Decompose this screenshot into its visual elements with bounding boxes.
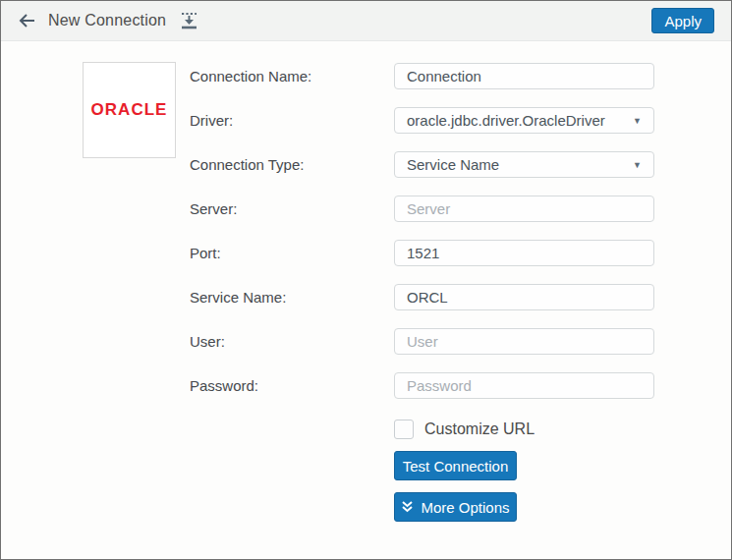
driver-logo: ORACLE [83, 62, 176, 158]
customize-url-checkbox[interactable] [394, 420, 414, 439]
customize-url-row: Customize URL [190, 408, 654, 451]
more-options-label: More Options [421, 499, 509, 516]
service-name-label: Service Name: [190, 289, 394, 306]
service-name-input[interactable] [394, 284, 654, 310]
server-input[interactable] [394, 196, 654, 222]
connection-name-input[interactable] [394, 63, 654, 89]
port-input[interactable] [394, 240, 654, 266]
form-actions: Test Connection More Options [394, 451, 654, 522]
form-row: Driver: oracle.jdbc.driver.OracleDriver … [190, 98, 654, 142]
back-button[interactable] [18, 13, 36, 28]
driver-select[interactable]: oracle.jdbc.driver.OracleDriver ▼ [394, 107, 654, 134]
port-label: Port: [190, 245, 394, 261]
form-row: Service Name: [190, 275, 654, 319]
import-connection-button[interactable] [179, 12, 198, 30]
more-options-button[interactable]: More Options [394, 492, 517, 522]
user-label: User: [190, 333, 394, 350]
dialog-header: New Connection Apply [1, 1, 731, 41]
form-row: User: [190, 319, 654, 364]
form-row: Connection Type: Service Name ▼ [190, 142, 654, 187]
form-row: Connection Name: [190, 54, 654, 98]
form-row: Password: [190, 364, 654, 408]
arrow-left-icon [18, 13, 36, 28]
connection-name-label: Connection Name: [190, 68, 394, 84]
connection-type-select[interactable]: Service Name ▼ [394, 151, 654, 178]
connection-type-label: Connection Type: [190, 156, 394, 173]
driver-select-value: oracle.jdbc.driver.OracleDriver [407, 112, 605, 129]
form-row: Server: [190, 187, 654, 231]
form-row: Port: [190, 231, 654, 275]
connection-form: Connection Name: Driver: oracle.jdbc.dri… [190, 54, 654, 522]
server-label: Server: [190, 200, 394, 217]
oracle-logo: ORACLE [91, 101, 168, 119]
import-connection-icon [179, 12, 198, 30]
driver-label: Driver: [190, 112, 394, 129]
chevron-down-icon: ▼ [633, 116, 642, 126]
double-chevron-down-icon [401, 500, 414, 514]
new-connection-dialog: New Connection Apply ORACLE Connection N… [0, 0, 732, 560]
apply-button[interactable]: Apply [651, 8, 714, 33]
customize-url-label: Customize URL [424, 420, 535, 438]
chevron-down-icon: ▼ [633, 160, 642, 170]
test-connection-label: Test Connection [403, 458, 509, 475]
password-label: Password: [190, 377, 394, 394]
test-connection-button[interactable]: Test Connection [394, 451, 517, 480]
user-input[interactable] [394, 328, 654, 355]
password-input[interactable] [394, 372, 654, 399]
connection-type-select-value: Service Name [407, 156, 499, 173]
page-title: New Connection [48, 12, 166, 29]
